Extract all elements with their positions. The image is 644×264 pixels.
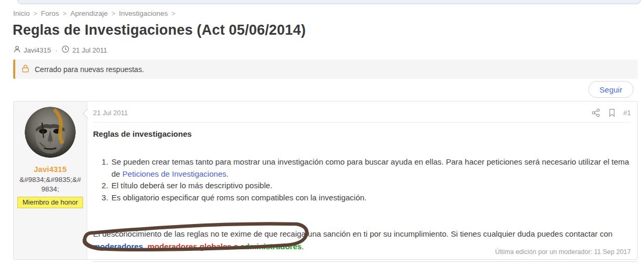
peticiones-link[interactable]: Peticiones de Investigaciones (122, 169, 227, 178)
bookmark-icon[interactable] (608, 108, 616, 117)
post-author-custom-title: &#9834;&#9835;&#9834; (14, 175, 87, 194)
post-1: Javi4315 &#9834;&#9835;&#9834; Miembro d… (13, 101, 638, 260)
rule-1-prefix: de (111, 169, 122, 178)
breadcrumb-link-foros[interactable]: Foros (41, 9, 59, 17)
administrators-link[interactable]: administradores (240, 242, 302, 251)
post-date: 21 Jul 2011 (93, 109, 128, 117)
post-header: 21 Jul 2011 #1 (93, 101, 631, 123)
breadcrumb-separator: > (111, 10, 115, 17)
post-author-name[interactable]: Javi4315 (14, 165, 87, 174)
lock-icon (21, 64, 30, 75)
bubble-notch (83, 108, 88, 119)
breadcrumb: Inicio>Foros>Aprendizaje>Investigaciones… (13, 9, 179, 17)
closing-period: . (302, 242, 304, 251)
follow-button[interactable]: Seguir (588, 81, 633, 98)
post-content-area: 21 Jul 2011 #1 (88, 101, 637, 259)
top-partial-bar (17, 0, 641, 4)
closing-conjunction: o (231, 242, 240, 251)
rule-1-text: Se pueden crear temas tanto para mostrar… (111, 157, 629, 166)
next-post-top-edge (93, 261, 638, 262)
post-user-sidebar: Javi4315 &#9834;&#9835;&#9834; Miembro d… (14, 101, 87, 259)
post-author-badge: Miembro de honor (17, 197, 84, 208)
locked-thread-notice: Cerrado para nuevas respuestas. (13, 59, 638, 79)
locked-notice-text: Cerrado para nuevas respuestas. (35, 65, 144, 74)
avatar[interactable] (25, 107, 76, 158)
last-edit-note: Última edición por un moderador: 11 Sep … (495, 248, 631, 256)
breadcrumb-link-aprendizaje[interactable]: Aprendizaje (70, 9, 108, 17)
rule-item-1: Se pueden crear temas tanto para mostrar… (110, 156, 631, 180)
closing-text: El desconocimiento de las reglas no te e… (93, 229, 612, 238)
share-icon[interactable] (591, 108, 600, 117)
breadcrumb-separator: > (63, 10, 66, 17)
rule-item-2: El título deberá ser lo más descriptivo … (110, 180, 631, 192)
person-icon (13, 45, 21, 55)
breadcrumb-separator: > (171, 10, 175, 17)
thread-date: 21 Jul 2011 (72, 46, 107, 54)
post-body: Reglas de investigaciones Se pueden crea… (93, 129, 631, 253)
thread-meta: Javi4315 · 21 Jul 2011 (13, 45, 107, 55)
breadcrumb-link-inicio[interactable]: Inicio (13, 9, 30, 17)
forum-thread-page: Inicio>Foros>Aprendizaje>Investigaciones… (0, 0, 644, 264)
post-message-title: Reglas de investigaciones (93, 129, 631, 138)
post-number-link[interactable]: #1 (623, 109, 631, 117)
page-title: Reglas de Investigaciones (Act 05/06/201… (13, 22, 306, 38)
rule-1-suffix: . (226, 169, 228, 178)
meta-separator: · (55, 46, 57, 54)
thread-author-link[interactable]: Javi4315 (24, 46, 51, 54)
breadcrumb-separator: > (34, 10, 37, 17)
breadcrumb-link-investigaciones[interactable]: Investigaciones (119, 9, 168, 17)
clock-icon (62, 45, 69, 55)
moderators-link[interactable]: moderadores (93, 242, 143, 251)
global-moderators-link[interactable]: moderadores globales (147, 242, 231, 251)
rules-list: Se pueden crear temas tanto para mostrar… (93, 156, 631, 204)
rule-item-3: Es obligatorio especificar qué roms son … (110, 192, 631, 204)
